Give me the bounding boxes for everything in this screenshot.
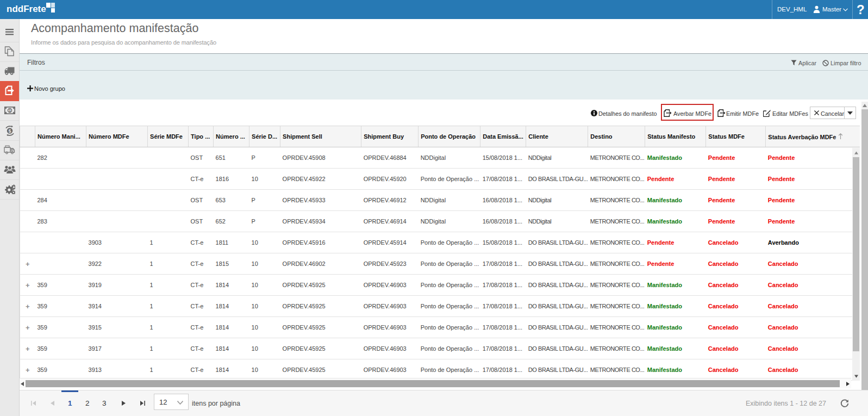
svg-text:1: 1: [8, 108, 10, 113]
svg-text:$: $: [8, 128, 11, 134]
